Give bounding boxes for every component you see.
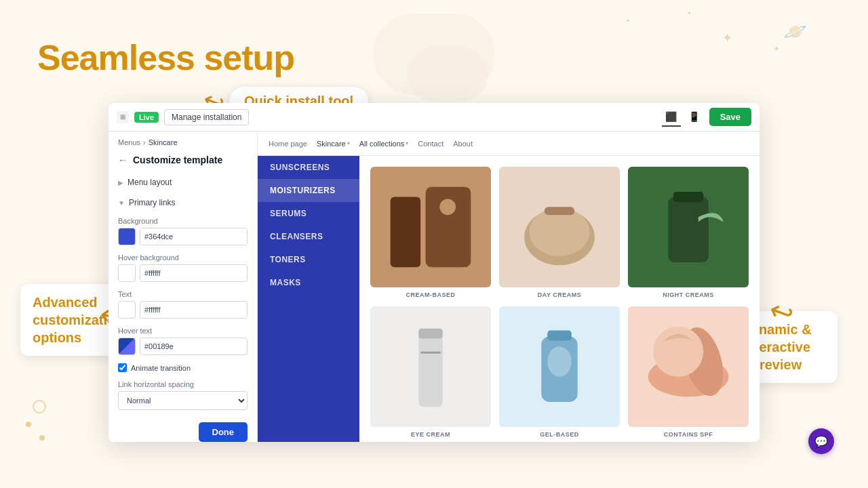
menu-layout-section: ▶ Menu layout xyxy=(108,172,257,192)
category-moisturizers[interactable]: MOISTURIZERS xyxy=(258,179,359,202)
text-field: Text xyxy=(108,286,257,323)
mega-left-panel: SUNSCREENS MOISTURIZERS SERUMS CLEANSERS… xyxy=(258,156,359,442)
deco-star-2: ✦ xyxy=(773,44,780,54)
device-icons: ⬛ 📱 xyxy=(662,108,704,127)
animate-row: Animate transition xyxy=(108,359,257,376)
content-area: Menus › Skincare ← Customize template ▶ … xyxy=(108,131,760,442)
deco-dot-2 xyxy=(39,435,45,441)
breadcrumb-skincare[interactable]: Skincare xyxy=(149,138,178,146)
collections-chevron: ▾ xyxy=(406,140,408,146)
menu-layout-label: Menu layout xyxy=(127,178,172,187)
svg-rect-12 xyxy=(418,331,443,407)
done-btn-container: Done xyxy=(108,414,257,442)
main-preview: Home page Skincare ▾ All collections ▾ C… xyxy=(258,131,760,442)
nav-about[interactable]: About xyxy=(453,140,473,148)
hover-text-field: Hover text xyxy=(108,323,257,359)
back-arrow[interactable]: ← xyxy=(118,155,127,165)
menu-layout-chevron: ▶ xyxy=(118,179,123,186)
hover-bg-swatch[interactable] xyxy=(118,264,136,282)
bg-blob-2 xyxy=(407,47,488,102)
category-serums[interactable]: SERUMS xyxy=(258,202,359,225)
background-field: Background xyxy=(108,213,257,249)
primary-links-section: ▼ Primary links Background Hover backgro… xyxy=(108,192,257,414)
category-toners[interactable]: TONERS xyxy=(258,248,359,271)
nav-contact[interactable]: Contact xyxy=(418,140,443,148)
planet-icon: 🪐 xyxy=(783,20,807,43)
nav-home[interactable]: Home page xyxy=(269,140,307,148)
svg-rect-13 xyxy=(418,329,443,339)
product-grid: CREAM-BASED xyxy=(370,167,749,438)
breadcrumb-separator: › xyxy=(143,138,146,146)
product-cream-based[interactable]: CREAM-BASED xyxy=(370,167,491,298)
spacing-field: Link horizontal spacing Normal Compact W… xyxy=(108,376,257,414)
grid-icon: ⊞ xyxy=(117,111,129,123)
save-button[interactable]: Save xyxy=(709,108,751,126)
category-cleansers[interactable]: CLEANSERS xyxy=(258,225,359,248)
svg-point-6 xyxy=(530,208,590,256)
product-img-eye-cream xyxy=(370,306,491,427)
top-bar: ⊞ Live Manage installation ⬛ 📱 Save xyxy=(108,103,760,131)
category-masks[interactable]: MASKS xyxy=(258,271,359,294)
nav-all-collections[interactable]: All collections ▾ xyxy=(359,140,409,148)
product-label-eye-cream: EYE CREAM xyxy=(411,431,450,438)
product-eye-cream[interactable]: EYE CREAM xyxy=(370,306,491,438)
svg-rect-2 xyxy=(426,187,471,268)
live-badge: Live xyxy=(134,112,159,123)
svg-rect-14 xyxy=(420,352,441,354)
preview-nav: Home page Skincare ▾ All collections ▾ C… xyxy=(258,131,760,156)
hover-bg-color-row xyxy=(118,264,248,282)
product-gel-based[interactable]: GEL-BASED xyxy=(499,306,620,438)
background-color-row xyxy=(118,228,248,245)
hover-text-color-row xyxy=(118,338,248,355)
manage-installation-button[interactable]: Manage installation xyxy=(164,109,249,125)
hover-bg-field: Hover background xyxy=(108,249,257,286)
background-label: Background xyxy=(118,217,248,225)
svg-point-22 xyxy=(653,327,703,377)
hover-text-input[interactable] xyxy=(140,338,248,355)
text-color-row xyxy=(118,301,248,319)
text-color-swatch[interactable] xyxy=(118,301,136,319)
svg-rect-17 xyxy=(547,331,572,341)
animate-label: Animate transition xyxy=(131,364,191,372)
product-label-cream-based: CREAM-BASED xyxy=(406,291,456,298)
menu-layout-header[interactable]: ▶ Menu layout xyxy=(108,172,257,192)
product-label-contains-spf: CONTAINS SPF xyxy=(664,431,713,438)
sidebar-title: Customize template xyxy=(133,155,222,165)
background-color-input[interactable] xyxy=(140,228,248,245)
svg-rect-1 xyxy=(391,197,421,268)
category-sunscreens[interactable]: SUNSCREENS xyxy=(258,156,359,179)
svg-point-3 xyxy=(439,199,456,215)
mega-right-panel: CREAM-BASED xyxy=(359,156,760,442)
product-label-night-creams: NIGHT CREAMS xyxy=(663,291,714,298)
breadcrumb-menus[interactable]: Menus xyxy=(118,138,140,146)
done-button[interactable]: Done xyxy=(199,422,248,442)
svg-rect-7 xyxy=(545,207,575,215)
skincare-chevron: ▾ xyxy=(347,140,350,146)
left-sidebar: Menus › Skincare ← Customize template ▶ … xyxy=(108,131,258,442)
nav-skincare[interactable]: Skincare ▾ xyxy=(317,140,350,148)
product-label-day-creams: DAY CREAMS xyxy=(538,291,582,298)
mobile-icon[interactable]: 📱 xyxy=(685,108,704,127)
animate-checkbox[interactable] xyxy=(118,363,127,372)
text-color-input[interactable] xyxy=(140,301,248,319)
hover-text-label: Hover text xyxy=(118,327,248,335)
svg-rect-10 xyxy=(673,192,704,202)
product-day-creams[interactable]: DAY CREAMS xyxy=(499,167,620,298)
product-night-creams[interactable]: NIGHT CREAMS xyxy=(628,167,749,298)
hover-bg-input[interactable] xyxy=(140,264,248,282)
text-label: Text xyxy=(118,290,248,298)
deco-star-4: ✦ xyxy=(687,10,692,16)
product-label-gel-based: GEL-BASED xyxy=(540,431,579,438)
primary-links-header[interactable]: ▼ Primary links xyxy=(108,192,257,213)
product-contains-spf[interactable]: CONTAINS SPF xyxy=(628,306,749,438)
chat-widget[interactable]: 💬 xyxy=(808,428,834,454)
desktop-icon[interactable]: ⬛ xyxy=(662,108,681,127)
spacing-select[interactable]: Normal Compact Wide xyxy=(118,391,248,410)
breadcrumb: Menus › Skincare xyxy=(108,131,257,150)
hover-text-swatch[interactable] xyxy=(118,338,136,355)
sidebar-header: ← Customize template xyxy=(108,150,257,172)
main-title: Seamless setup xyxy=(37,37,294,78)
background-color-swatch[interactable] xyxy=(118,228,136,245)
product-img-contains-spf xyxy=(628,306,749,427)
svg-point-18 xyxy=(547,346,572,376)
